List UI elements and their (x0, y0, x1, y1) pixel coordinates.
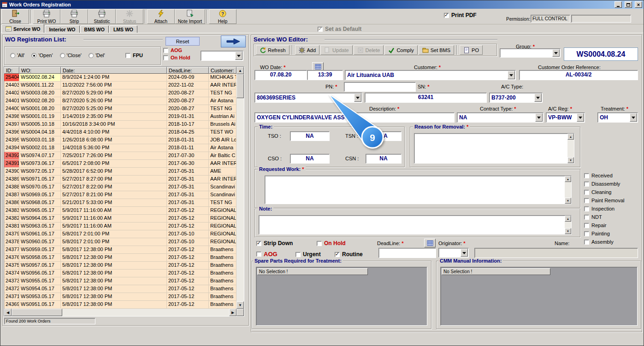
table-row[interactable]: 24373WS0955.05.175/8/2017 12:38:00 PM201… (4, 277, 244, 285)
description-field[interactable]: OXYGEN CYLINDER&VALVE ASSY (254, 112, 455, 123)
column-header-date[interactable]: Date: (61, 67, 167, 74)
originator-select[interactable] (438, 248, 469, 258)
column-header-deadline[interactable]: DeadLine: (167, 67, 209, 74)
table-row[interactable]: 25404WS0002.08.248/9/2024 1:24:00 PM2024… (4, 74, 244, 82)
table-row[interactable]: 24391WS0973.06.176/5/2017 2:08:00 PM2017… (4, 160, 244, 168)
close-button[interactable]: Close (1, 9, 29, 24)
table-row[interactable]: 24387WS0969.05.175/27/2017 8:21:00 PM201… (4, 191, 244, 199)
treatment-select[interactable]: OH (597, 112, 638, 123)
table-row[interactable]: 24372WS0954.05.175/8/2017 12:38:00 PM201… (4, 285, 244, 293)
column-header-id[interactable]: ID: (4, 67, 19, 74)
name-field[interactable] (474, 248, 638, 258)
csn-field[interactable]: NA (366, 154, 402, 164)
aog-checkbox[interactable]: AOG (256, 251, 278, 258)
urgent-checkbox[interactable]: Urgent (295, 251, 321, 258)
wo-date-field[interactable]: 07.08.20 (254, 70, 307, 80)
on-hold-filter-checkbox[interactable]: On Hold (163, 55, 190, 60)
column-header-wo[interactable]: WO: (19, 67, 61, 74)
treatment-step-assembly[interactable]: Assembly (584, 238, 642, 246)
tso-field[interactable]: NA (290, 131, 330, 141)
customer-order-reference-field[interactable]: AL-0034/2 (519, 70, 638, 80)
textarea-scrollbar[interactable]: ▲▼ (565, 216, 571, 234)
treatment-step-inspection[interactable]: Inspection (584, 205, 642, 213)
sn-field[interactable]: 63241 (365, 93, 487, 103)
help-button[interactable]: ? Help (209, 9, 236, 24)
table-row[interactable]: 24371WS0953.05.175/8/2017 12:38:00 PM201… (4, 293, 244, 301)
ac-reg-select[interactable]: VP-BWW (546, 112, 585, 123)
spare-parts-grid[interactable]: No Selection ! (256, 267, 427, 326)
table-row[interactable]: 24379WS0961.05.175/8/2017 2:01:00 PM2017… (4, 230, 244, 238)
note-import-button[interactable]: Note Import (175, 9, 205, 24)
print-wo-button[interactable]: Print WO (33, 9, 60, 24)
treatment-step-repair[interactable]: Repair (584, 221, 642, 229)
maximize-button[interactable] (625, 1, 632, 8)
table-row[interactable]: 24377WS0959.05.175/8/2017 12:38:00 PM201… (4, 246, 244, 254)
chevron-down-icon[interactable] (354, 94, 361, 102)
add-button[interactable]: Add (295, 45, 320, 55)
pn-search-field[interactable] (344, 82, 416, 92)
table-row[interactable]: 24392WS0974.07.177/25/2017 7:26:00 PM201… (4, 152, 244, 160)
table-row[interactable]: 24376WS0958.05.175/8/2017 12:38:00 PM201… (4, 254, 244, 262)
scroll-down-button[interactable]: ▼ (567, 157, 574, 163)
refresh-button[interactable]: Refresh (256, 45, 290, 55)
aog-filter-checkbox[interactable]: AOG (163, 47, 190, 53)
reset-button[interactable]: Reset (165, 37, 200, 46)
tab-lms-wo[interactable]: LMS WO (109, 25, 137, 33)
treatment-step-ndt[interactable]: NDT (584, 213, 642, 221)
group-select[interactable] (500, 48, 561, 58)
requested-work-textarea[interactable]: ▲▼ (265, 176, 572, 204)
textarea-scrollbar[interactable]: ▲▼ (565, 176, 571, 204)
table-row[interactable]: 24389WS0971.05.175/27/2017 8:27:00 PM201… (4, 176, 244, 183)
treatment-step-received[interactable]: Received (584, 171, 642, 180)
chevron-down-icon[interactable] (577, 113, 584, 122)
table-row[interactable]: 24403WS0001.11.2211/2/2022 7:56:00 PM202… (4, 82, 244, 89)
table-row[interactable]: 24382WS0964.05.175/9/2017 11:16:00 AM201… (4, 215, 244, 223)
minimize-button[interactable] (614, 1, 622, 8)
deadline-field[interactable] (378, 248, 436, 258)
scroll-down-button[interactable]: ▼ (565, 198, 571, 204)
print-pdf-checkbox[interactable]: Print PDF (444, 12, 477, 18)
vertical-scrollbar[interactable]: ▲ ▼ (236, 67, 244, 309)
scroll-up-button[interactable]: ▲ (565, 216, 571, 222)
statistic-button[interactable]: Statistic (88, 9, 116, 24)
comply-button[interactable]: Comply (384, 45, 417, 55)
radio-open[interactable]: 'Open' (31, 53, 53, 58)
fpu-checkbox[interactable]: FPU (125, 53, 143, 58)
routine-checkbox[interactable]: Routine (335, 251, 363, 258)
close-window-button[interactable]: × (635, 1, 642, 8)
scroll-left-button[interactable]: ◀ (4, 309, 12, 316)
scroll-down-button[interactable]: ▼ (236, 301, 244, 309)
cmm-manual-grid[interactable]: No Selection ! (440, 267, 638, 326)
chevron-down-icon[interactable] (461, 249, 468, 257)
horizontal-scrollbar[interactable]: ◀ ▶ (4, 309, 236, 316)
table-row[interactable]: 24402WS0003.08.208/27/2020 5:29:00 PM202… (4, 89, 244, 97)
tsn-field[interactable]: NA (366, 131, 402, 141)
table-row[interactable]: 24395WS0003.01.181/26/2018 6:08:00 PM201… (4, 136, 244, 144)
chevron-down-icon[interactable] (552, 49, 560, 57)
table-row[interactable]: 24383WS0965.05.175/9/2017 11:16:00 AM201… (4, 207, 244, 215)
table-row[interactable]: 24397WS0005.10.1810/16/2018 3:34:00 PM20… (4, 121, 244, 129)
chevron-down-icon[interactable] (235, 52, 242, 60)
on-hold-checkbox[interactable]: On Hold (317, 240, 346, 246)
treatment-step-cleaning[interactable]: Cleaning (584, 188, 642, 196)
wo-filter-select[interactable] (201, 51, 243, 61)
scroll-down-button[interactable]: ▼ (565, 228, 571, 234)
load-wo-button[interactable] (221, 35, 246, 47)
contract-type-select[interactable]: NA (457, 112, 544, 123)
customer-select[interactable]: Air Lituanica UAB (345, 70, 516, 80)
scroll-right-button[interactable]: ▶ (229, 309, 236, 316)
scroll-up-button[interactable]: ▲ (565, 176, 571, 182)
tab-interior-wo[interactable]: Interior WO (45, 25, 79, 33)
radio-close[interactable]: 'Close' (60, 53, 82, 58)
chevron-down-icon[interactable] (508, 71, 515, 79)
table-row[interactable]: 24388WS0970.05.175/27/2017 8:22:00 PM201… (4, 183, 244, 191)
table-row[interactable]: 24398WS0001.01.191/14/2019 2:35:00 PM201… (4, 113, 244, 121)
wo-time-field[interactable]: 13:39 (307, 70, 343, 80)
tab-service-wo[interactable]: Service WO (1, 24, 44, 33)
column-header-customer[interactable]: Customer: (209, 67, 236, 74)
table-row[interactable]: 24394WS0002.01.181/4/2018 5:36:00 PM2018… (4, 144, 244, 152)
scrollbar-thumb[interactable] (236, 74, 244, 98)
scroll-up-button[interactable]: ▲ (567, 134, 574, 140)
chevron-down-icon[interactable] (630, 113, 637, 122)
table-row[interactable]: 24369WS0951.05.175/8/2017 12:38:00 PM201… (4, 301, 244, 309)
